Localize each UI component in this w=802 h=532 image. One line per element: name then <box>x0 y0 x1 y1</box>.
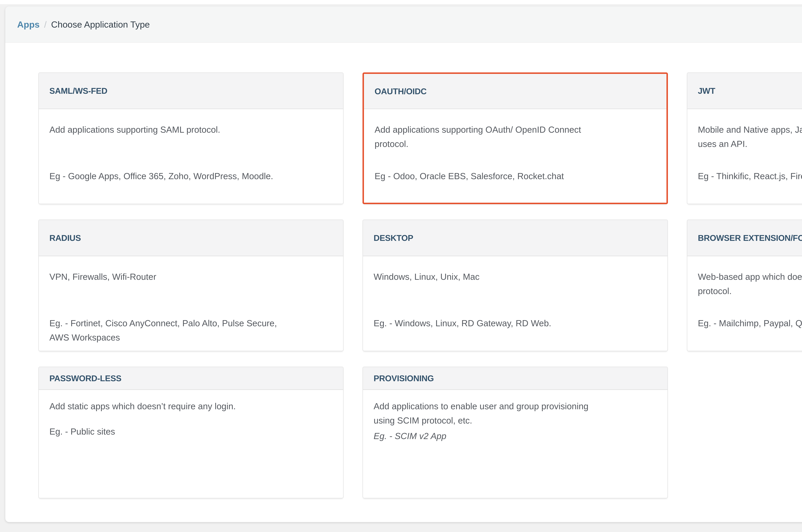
card-header: JWT <box>687 73 802 109</box>
card-title: RADIUS <box>49 233 81 243</box>
card-header: PROVISIONING <box>363 367 667 390</box>
card-description: Windows, Linux, Unix, Mac <box>373 270 657 300</box>
breadcrumb-separator: / <box>44 19 47 30</box>
card-example: Eg. - Fortinet, Cisco AnyConnect, Palo A… <box>49 316 332 345</box>
card-description: Web-based app which doesn’t support any … <box>698 270 802 300</box>
card-body: Add applications to enable user and grou… <box>363 390 667 498</box>
page-title: Choose Application Type <box>51 19 150 30</box>
card-header: BROWSER EXTENSION/FORM-POST <box>687 220 802 256</box>
card-body: Windows, Linux, Unix, Mac Eg. - Windows,… <box>363 256 667 351</box>
app-type-grid: SAML/WS-FED Add applications supporting … <box>5 43 802 498</box>
card-description: Add applications supporting SAML protoco… <box>49 122 332 153</box>
card-title: DESKTOP <box>373 233 413 243</box>
card-example: Eg - Odoo, Oracle EBS, Salesforce, Rocke… <box>375 169 656 183</box>
card-description: Add applications supporting OAuth/ OpenI… <box>375 122 656 153</box>
card-body: Add applications supporting SAML protoco… <box>39 109 343 204</box>
card-title: JWT <box>698 86 715 96</box>
app-card-radius[interactable]: RADIUS VPN, Firewalls, Wifi-Router Eg. -… <box>38 220 344 351</box>
card-title: OAUTH/OIDC <box>375 87 426 96</box>
card-header: SAML/WS-FED <box>39 73 343 109</box>
app-card-desktop[interactable]: DESKTOP Windows, Linux, Unix, Mac Eg. - … <box>363 220 668 351</box>
card-title: PASSWORD-LESS <box>49 374 122 383</box>
card-header: DESKTOP <box>363 220 667 256</box>
card-example: Eg. - Windows, Linux, RD Gateway, RD Web… <box>373 316 657 330</box>
breadcrumb-bar: Apps / Choose Application Type Back to M… <box>5 6 802 43</box>
app-card-browser-extension-form-post[interactable]: BROWSER EXTENSION/FORM-POST Web-based ap… <box>687 220 802 351</box>
card-header: RADIUS <box>39 220 343 256</box>
card-title: PROVISIONING <box>373 374 434 383</box>
card-header: PASSWORD-LESS <box>39 367 343 390</box>
card-body: Web-based app which doesn’t support any … <box>687 256 802 351</box>
breadcrumb: Apps / Choose Application Type <box>17 19 150 30</box>
card-example: Eg. - SCIM v2 App <box>373 429 657 443</box>
card-description: VPN, Firewalls, Wifi-Router <box>49 270 332 300</box>
card-description: Add applications to enable user and grou… <box>373 399 657 428</box>
breadcrumb-apps-link[interactable]: Apps <box>17 19 40 30</box>
top-strip <box>0 0 802 4</box>
card-example: Eg. - Mailchimp, Paypal, Quickbooks. <box>698 316 802 330</box>
card-body: VPN, Firewalls, Wifi-Router Eg. - Fortin… <box>39 256 343 351</box>
card-example: Eg - Google Apps, Office 365, Zoho, Word… <box>49 169 332 183</box>
card-header: OAUTH/OIDC <box>364 74 666 109</box>
card-example: Eg. - Public sites <box>49 424 332 439</box>
card-example: Eg - Thinkific, React.js, Firebase, Angu… <box>698 169 802 183</box>
card-description: Mobile and Native apps, Javascript Front… <box>698 122 802 153</box>
app-card-provisioning[interactable]: PROVISIONING Add applications to enable … <box>363 367 668 498</box>
card-body: Mobile and Native apps, Javascript Front… <box>687 109 802 204</box>
card-body: Add static apps which doesn’t require an… <box>39 390 343 498</box>
card-title: BROWSER EXTENSION/FORM-POST <box>698 233 802 243</box>
card-title: SAML/WS-FED <box>49 86 107 96</box>
card-description: Add static apps which doesn’t require an… <box>49 399 332 423</box>
app-card-jwt[interactable]: JWT Mobile and Native apps, Javascript F… <box>687 72 802 204</box>
card-body: Add applications supporting OAuth/ OpenI… <box>364 109 666 203</box>
app-card-password-less[interactable]: PASSWORD-LESS Add static apps which does… <box>38 367 344 498</box>
app-card-saml-ws-fed[interactable]: SAML/WS-FED Add applications supporting … <box>38 72 344 204</box>
main-panel: Apps / Choose Application Type Back to M… <box>5 6 802 522</box>
app-card-oauth-oidc[interactable]: OAUTH/OIDC Add applications supporting O… <box>363 72 668 204</box>
